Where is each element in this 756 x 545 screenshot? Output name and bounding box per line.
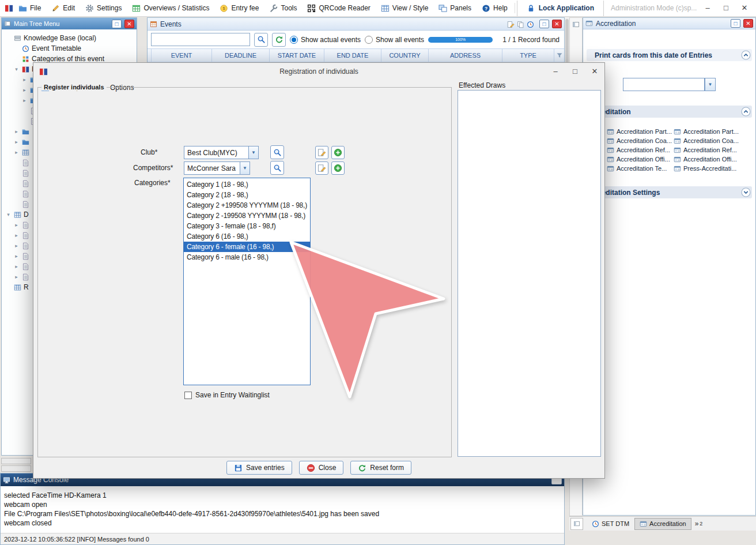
save-entries-button[interactable]: Save entries	[226, 461, 292, 475]
club-add-button[interactable]	[331, 146, 345, 159]
accreditation-card-item[interactable]: Accreditation Ref...	[674, 146, 739, 154]
waitinglist-checkbox-row[interactable]: Save in Entry Waitinglist	[184, 391, 270, 399]
accreditation-card-item[interactable]: Press-Accreditati...	[674, 164, 739, 172]
menubar-item-view-style[interactable]: View / Style	[376, 2, 433, 15]
dialog-titlebar[interactable]: Registration of individuals – □ ✕	[33, 63, 604, 80]
events-close-button[interactable]: ✕	[552, 20, 562, 28]
menubar-item-overviews-statistics[interactable]: Overviews / Statistics	[127, 2, 214, 15]
minimize-icon[interactable]: –	[698, 0, 717, 16]
expand-icon[interactable]: ▸	[13, 274, 20, 280]
tab-set-dtm[interactable]: SET DTM	[587, 518, 634, 530]
expand-icon[interactable]: ▸	[13, 253, 20, 259]
collapse-section-icon[interactable]	[741, 107, 751, 116]
expand-icon[interactable]: ▸	[13, 243, 20, 249]
lock-application-button[interactable]: Lock Application	[517, 1, 604, 16]
expand-icon[interactable]: ▸	[21, 77, 28, 82]
copy-button[interactable]	[517, 20, 524, 28]
grid-filter-button[interactable]	[554, 49, 564, 62]
progress-bar[interactable]: 100%	[428, 37, 493, 43]
menubar-item-edit[interactable]: Edit	[46, 2, 80, 15]
accreditation-card-item[interactable]: Accreditation Coa...	[674, 137, 739, 145]
tree-item[interactable]: Knowledge Base (local)	[2, 33, 137, 43]
checkbox-icon[interactable]	[184, 392, 192, 399]
radio-show-all-events[interactable]: Show all events	[365, 36, 424, 44]
tab-accreditation[interactable]: Accreditation	[634, 518, 691, 530]
competitors-add-button[interactable]	[331, 161, 345, 175]
dialog-maximize-icon[interactable]: □	[565, 63, 585, 80]
menubar-item-settings[interactable]: Settings	[80, 2, 127, 15]
accreditation-card-item[interactable]: Accreditation Offi...	[674, 155, 739, 163]
collapsed-panel[interactable]	[1, 465, 31, 472]
club-search-button[interactable]	[270, 145, 284, 159]
accreditation-card-item[interactable]: Accreditation Te...	[607, 164, 672, 172]
close-icon[interactable]: ✕	[735, 0, 754, 16]
category-option[interactable]: Category 2 +199508 YYYYMM (18 - 98,)	[184, 200, 310, 211]
column-header-deadline[interactable]: DEADLINE	[212, 49, 270, 62]
accreditation-card-item[interactable]: Accreditation Part...	[674, 127, 739, 136]
category-option[interactable]: Category 2 (18 - 98,)	[184, 190, 310, 200]
expand-icon[interactable]: ▸	[21, 87, 28, 93]
collapse-section-icon[interactable]	[741, 50, 751, 60]
column-header-country[interactable]: COUNTRY	[381, 49, 429, 62]
tree-maximize-button[interactable]: □	[112, 20, 122, 28]
accreditation-card-item[interactable]: Accreditation Part...	[607, 127, 672, 136]
radio-show-actual-events[interactable]: Show actual events	[290, 36, 361, 44]
category-option[interactable]: Category 3 - female (18 - 98,f)	[184, 221, 310, 231]
expand-icon[interactable]: ▸	[13, 139, 20, 145]
expand-icon[interactable]: ▸	[13, 264, 20, 269]
category-option[interactable]: Category 2 -199508 YYYYMM (18 - 98,)	[184, 211, 310, 221]
competitors-edit-button[interactable]	[315, 161, 328, 175]
club-combobox[interactable]: Best Club(MYC) ▼	[184, 146, 259, 159]
close-button[interactable]: Close	[299, 461, 344, 475]
expand-icon[interactable]: ▸	[13, 222, 20, 228]
tabs-overflow-icon[interactable]: »	[695, 520, 699, 528]
collapse-icon[interactable]: ▾	[5, 212, 12, 217]
events-refresh-button[interactable]	[272, 33, 286, 47]
chevron-down-icon[interactable]: ▼	[248, 146, 258, 159]
menubar-item-help[interactable]: Help	[477, 2, 513, 15]
clock-button[interactable]	[527, 20, 534, 28]
expand-icon[interactable]: ▸	[21, 97, 28, 103]
competitors-search-button[interactable]	[270, 161, 284, 175]
expand-icon[interactable]: ▸	[13, 129, 20, 134]
menubar-item-entry-fee[interactable]: Entry fee	[214, 2, 264, 15]
collapse-icon[interactable]: ▾	[13, 66, 20, 72]
column-header-address[interactable]: ADDRESS	[429, 49, 502, 62]
maximize-icon[interactable]: □	[717, 0, 735, 16]
dock-panel-icon[interactable]	[572, 21, 580, 28]
column-header-start-date[interactable]: START DATE	[270, 49, 324, 62]
date-dropdown-button[interactable]: ▼	[705, 78, 716, 91]
accreditation-close-button[interactable]: ✕	[743, 19, 753, 28]
entries-date-input[interactable]	[623, 78, 705, 91]
accreditation-card-item[interactable]: Accreditation Coa...	[607, 137, 672, 145]
accreditation-card-item[interactable]: Accreditation Ref...	[607, 146, 672, 154]
dialog-close-icon[interactable]: ✕	[585, 63, 604, 80]
events-maximize-button[interactable]: □	[539, 20, 549, 28]
competitors-combobox[interactable]: McConner Sara ▼	[184, 161, 250, 175]
category-option[interactable]: Category 6 - male (16 - 98,)	[184, 252, 310, 262]
chevron-down-icon[interactable]: ▼	[240, 162, 250, 174]
category-option[interactable]: Category 6 (16 - 98,)	[184, 231, 310, 242]
menubar-item-tools[interactable]: Tools	[264, 2, 302, 15]
menubar-item-qrcode-reader[interactable]: QRCode Reader	[302, 2, 375, 15]
club-edit-button[interactable]	[315, 146, 328, 159]
expand-icon[interactable]: ▸	[13, 232, 20, 238]
column-header-event[interactable]: EVENT	[152, 49, 212, 62]
column-header-end-date[interactable]: END DATE	[324, 49, 381, 62]
reset-form-button[interactable]: Reset form	[350, 461, 411, 475]
events-search-button[interactable]	[254, 33, 268, 47]
tree-close-button[interactable]: ✕	[124, 20, 134, 28]
expand-icon[interactable]: ▸	[13, 149, 20, 155]
categories-listbox[interactable]: Category 1 (18 - 98,)Category 2 (18 - 98…	[183, 178, 311, 385]
dialog-minimize-icon[interactable]: –	[546, 63, 565, 80]
collapsed-panel[interactable]	[1, 458, 31, 464]
events-search-input[interactable]	[151, 33, 250, 46]
editdoc-button[interactable]	[507, 20, 515, 28]
menubar-item-panels[interactable]: Panels	[433, 2, 477, 15]
category-option-selected[interactable]: Category 6 - female (16 - 98,)	[184, 242, 310, 252]
dock-tab-button[interactable]	[570, 518, 583, 530]
effected-draws-listbox[interactable]	[458, 90, 601, 457]
menubar-item-file[interactable]: File	[13, 2, 46, 15]
accreditation-maximize-button[interactable]: □	[731, 19, 740, 28]
accreditation-card-item[interactable]: Accreditation Offi...	[607, 155, 672, 163]
